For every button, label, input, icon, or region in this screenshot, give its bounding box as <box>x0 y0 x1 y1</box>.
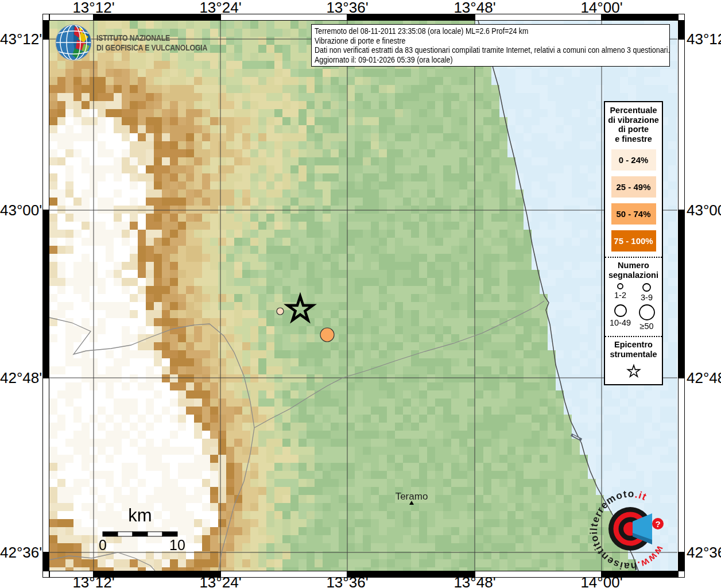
lon-tick-label-top: 14°00' <box>580 0 622 17</box>
legend-percent-swatch: 25 - 49% <box>611 176 656 198</box>
city-label: Teramo <box>396 491 428 502</box>
map-vector-overlay: Teramokm010?www.haisentitoilterremoto.it <box>49 21 677 571</box>
lat-tick-label-left: 42°48' <box>0 369 39 387</box>
lon-tick-label-top: 13°24' <box>199 0 241 17</box>
watermark-question-mark: ? <box>655 519 660 529</box>
scalebar-unit: km <box>128 505 152 525</box>
lon-tick-label-bottom: 13°48' <box>453 574 495 588</box>
legend-title-line: di porte <box>605 125 662 134</box>
lon-tick-label-top: 13°36' <box>326 0 368 17</box>
ingv-logo: ISTITUTO NAZIONALE DI GEOFISICA E VULCAN… <box>54 23 232 62</box>
legend-title-line: di vibrazione <box>605 115 662 125</box>
admin-boundary <box>49 552 155 571</box>
frame-corner <box>678 571 685 578</box>
frame-segment-left <box>42 552 49 571</box>
legend-epicenter-title: Epicentro <box>605 340 662 350</box>
legend-divider <box>605 257 662 258</box>
admin-boundary <box>254 378 343 428</box>
lon-tick-label-bottom: 13°24' <box>199 574 241 588</box>
instrumental-epicenter-star <box>288 296 313 320</box>
count-circle-icon <box>638 304 656 321</box>
epicenter-star-icon <box>624 362 644 380</box>
scalebar-segment <box>148 532 162 536</box>
felt-report-circle <box>320 328 334 342</box>
frame-corner <box>42 14 49 21</box>
felt-report-circle <box>277 308 284 315</box>
scalebar-start: 0 <box>99 537 107 553</box>
legend-divider <box>605 336 662 337</box>
scalebar-segment <box>118 532 133 536</box>
lat-tick-label-right: 42°36' <box>687 544 721 562</box>
ingv-caption: ISTITUTO NAZIONALE DI GEOFISICA E VULCAN… <box>96 33 207 52</box>
frame-segment-left <box>42 39 49 210</box>
legend-count-item: 3-9 <box>634 283 660 302</box>
scalebar-segment <box>133 532 148 536</box>
ingv-globe-icon <box>54 23 93 62</box>
legend-count-title: segnalazioni <box>605 270 662 280</box>
frame-segment-left <box>42 378 49 552</box>
ingv-name-line2: DI GEOFISICA E VULCANOLOGIA <box>96 42 207 52</box>
scalebar-segment <box>162 532 177 536</box>
legend-percent-swatch: 0 - 24% <box>611 149 656 171</box>
frame-segment-left <box>42 21 49 39</box>
legend-percent-swatch: 75 - 100% <box>611 230 656 252</box>
count-class-label: 10-49 <box>610 318 631 327</box>
event-info-box: Terremoto del 08-11-2011 23:35:08 (ora l… <box>311 24 670 67</box>
scalebar-end: 10 <box>169 537 185 553</box>
lat-tick-label-right: 43°12' <box>687 30 721 48</box>
lon-tick-label-bottom: 13°36' <box>326 574 368 588</box>
legend-count-item: 10-49 <box>607 304 634 331</box>
count-class-label: 3-9 <box>641 293 653 302</box>
event-effect: Vibrazione di porte e finestre <box>315 36 667 46</box>
count-class-label: 1-2 <box>614 291 626 300</box>
legend-title-line: Percentuale <box>605 106 662 115</box>
count-circle-icon <box>642 283 652 292</box>
lat-tick-label-left: 42°36' <box>0 544 39 562</box>
legend-title-line: e finestre <box>605 134 662 144</box>
lon-tick-label-bottom: 13°12' <box>72 574 114 588</box>
frame-corner <box>678 14 685 21</box>
legend-count-classes: 1-23-910-49≥50 <box>607 281 660 331</box>
legend-percent-classes: 0 - 24%25 - 49%50 - 74%75 - 100% <box>605 149 662 252</box>
count-class-label: ≥50 <box>639 322 653 331</box>
frame-segment-right <box>678 21 685 39</box>
ingv-felt-report-map: { "info_box": { "lines": [ "Terremoto de… <box>0 0 721 588</box>
frame-corner <box>42 571 49 578</box>
count-circle-icon <box>617 283 624 290</box>
lon-tick-label-top: 13°48' <box>453 0 495 17</box>
frame-segment-right <box>678 210 685 378</box>
lon-tick-label-bottom: 14°00' <box>580 574 622 588</box>
legend-percent-swatch: 50 - 74% <box>611 203 656 225</box>
frame-segment-right <box>678 552 685 571</box>
frame-segment-right <box>678 39 685 210</box>
watermark-url-segment: .it <box>634 488 649 502</box>
event-data-note: Dati non verificati estratti da 83 quest… <box>315 45 667 55</box>
event-title: Terremoto del 08-11-2011 23:35:08 (ora l… <box>315 26 667 36</box>
lat-tick-label-right: 43°00' <box>687 202 721 219</box>
legend-epicenter-title: strumentale <box>605 350 662 359</box>
legend-count-item: 1-2 <box>607 283 634 302</box>
scalebar-segment <box>103 532 118 536</box>
frame-segment-left <box>42 210 49 378</box>
legend-count-title: Numero <box>605 261 662 270</box>
lat-tick-label-left: 43°12' <box>0 30 39 48</box>
ingv-name-line1: ISTITUTO NAZIONALE <box>96 33 207 42</box>
lat-tick-label-left: 43°00' <box>0 202 39 219</box>
legend-count-item: ≥50 <box>634 304 660 331</box>
lon-tick-label-top: 13°12' <box>72 0 114 17</box>
count-circle-icon <box>614 304 627 318</box>
lat-tick-label-right: 42°48' <box>687 369 721 387</box>
admin-boundary <box>343 301 544 378</box>
event-updated: Aggiornato il: 09-01-2026 05:39 (ora loc… <box>315 55 667 65</box>
map-legend: Percentuale di vibrazione di porte e fin… <box>604 101 663 385</box>
frame-segment-right <box>678 378 685 552</box>
map-canvas-area: Teramokm010?www.haisentitoilterremoto.it… <box>49 21 677 571</box>
